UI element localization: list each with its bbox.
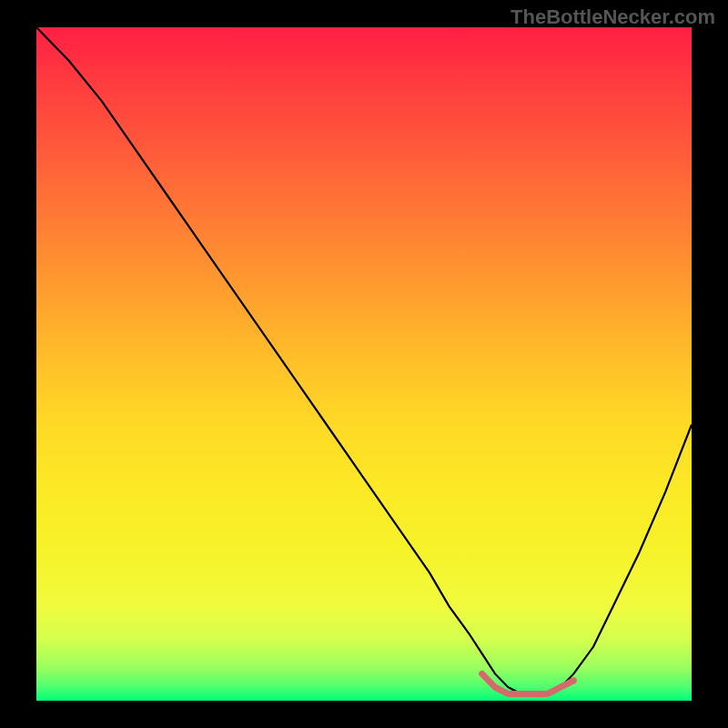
watermark-text: TheBottleNecker.com — [511, 5, 715, 29]
plot-area — [36, 27, 692, 701]
minimum-highlight — [482, 673, 574, 693]
curve-svg — [36, 27, 692, 701]
bottleneck-curve — [36, 27, 692, 694]
